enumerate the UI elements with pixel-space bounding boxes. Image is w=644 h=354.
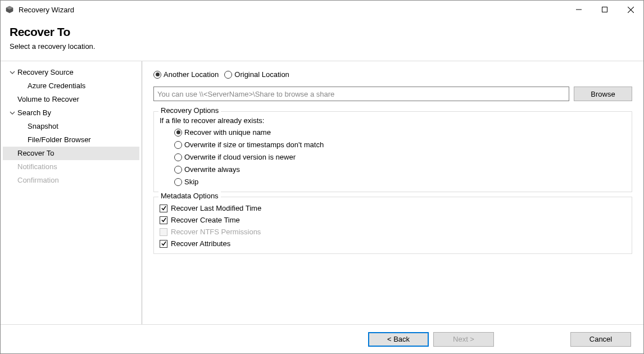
sidebar-item-recover-to[interactable]: Recover To — [3, 147, 139, 160]
checkbox-create-time[interactable]: Recover Create Time — [160, 216, 626, 224]
radio-label: Overwrite if cloud version is newer — [184, 153, 296, 161]
checkbox-label: Recover Attributes — [171, 239, 230, 248]
checkbox-icon — [160, 228, 167, 236]
button-label: Cancel — [589, 335, 612, 343]
next-button: Next > — [433, 332, 494, 347]
radio-label: Overwrite if size or timestamps don't ma… — [184, 140, 324, 149]
radio-icon — [174, 153, 182, 161]
radio-original-location[interactable]: Original Location — [224, 70, 289, 79]
radio-icon — [174, 129, 182, 137]
sidebar-item-notifications: Notifications — [3, 160, 139, 174]
checkbox-label: Recover NTFS Permissions — [171, 228, 261, 236]
app-icon — [5, 5, 14, 14]
radio-another-location[interactable]: Another Location — [153, 70, 219, 79]
sidebar-item-confirmation: Confirmation — [3, 174, 139, 187]
browse-button[interactable]: Browse — [574, 87, 632, 101]
svg-rect-3 — [602, 7, 607, 12]
sidebar-item-label: Azure Credentials — [28, 80, 85, 92]
page-title: Recover To — [10, 25, 634, 39]
back-button[interactable]: < Back — [368, 332, 429, 347]
radio-icon — [224, 71, 232, 79]
sidebar-item-file-folder-browser[interactable]: File/Folder Browser — [3, 133, 139, 147]
radio-icon — [174, 141, 182, 149]
radio-overwrite-newer[interactable]: Overwrite if cloud version is newer — [174, 153, 626, 161]
checkbox-last-modified[interactable]: Recover Last Modified Time — [160, 204, 626, 212]
button-label: Browse — [591, 90, 615, 98]
sidebar-item-azure-credentials[interactable]: Azure Credentials — [3, 79, 139, 93]
checkbox-label: Recover Create Time — [171, 216, 240, 224]
sidebar-item-label: Recover To — [17, 148, 55, 159]
sidebar-item-label: File/Folder Browser — [28, 134, 91, 146]
sidebar-item-label: Notifications — [17, 161, 57, 173]
radio-icon — [174, 166, 182, 174]
wizard-footer: < Back Next > Cancel — [1, 324, 643, 353]
sidebar-item-label: Recovery Source — [17, 67, 74, 78]
chevron-down-icon — [8, 109, 16, 117]
chevron-down-icon — [8, 69, 16, 76]
location-path-input[interactable]: You can use \\<ServerName>\Share to brow… — [153, 87, 569, 101]
radio-label: Original Location — [234, 70, 289, 79]
checkbox-attributes[interactable]: Recover Attributes — [160, 239, 626, 248]
page-subtitle: Select a recovery location. — [10, 42, 634, 51]
checkbox-icon — [160, 216, 167, 224]
radio-overwrite-always[interactable]: Overwrite always — [174, 165, 626, 174]
close-button[interactable] — [618, 1, 643, 19]
sidebar-item-search-by[interactable]: Search By — [3, 106, 139, 120]
radio-label: Recover with unique name — [184, 128, 271, 137]
placeholder-text: You can use \\<ServerName>\Share to brow… — [157, 90, 334, 98]
radio-label: Another Location — [164, 70, 219, 79]
checkbox-icon — [160, 205, 167, 212]
sidebar-item-volume-to-recover[interactable]: Volume to Recover — [3, 93, 139, 106]
radio-overwrite-mismatch[interactable]: Overwrite if size or timestamps don't ma… — [174, 140, 626, 149]
button-label: < Back — [387, 335, 410, 343]
radio-icon — [174, 178, 182, 186]
group-legend: Recovery Options — [158, 106, 221, 115]
wizard-sidebar: Recovery Source Azure Credentials Volume… — [1, 61, 142, 324]
maximize-button[interactable] — [592, 1, 618, 19]
checkbox-icon — [160, 240, 167, 248]
sidebar-item-recovery-source[interactable]: Recovery Source — [3, 66, 139, 79]
wizard-main: Another Location Original Location You c… — [142, 61, 643, 324]
sidebar-item-label: Snapshot — [28, 121, 58, 132]
cancel-button[interactable]: Cancel — [570, 332, 631, 347]
radio-label: Overwrite always — [184, 165, 240, 174]
radio-icon — [153, 71, 161, 79]
minimize-button[interactable] — [566, 1, 592, 19]
radio-skip[interactable]: Skip — [174, 178, 626, 186]
radio-recover-unique-name[interactable]: Recover with unique name — [174, 128, 626, 137]
radio-label: Skip — [184, 178, 198, 186]
window-title: Recovery Wizard — [19, 6, 566, 14]
sidebar-item-label: Confirmation — [17, 175, 59, 186]
sidebar-item-label: Search By — [17, 107, 51, 119]
sidebar-item-snapshot[interactable]: Snapshot — [3, 120, 139, 133]
recovery-options-group: Recovery Options If a file to recover al… — [153, 111, 632, 192]
wizard-header: Recover To Select a recovery location. — [1, 19, 643, 61]
checkbox-ntfs-permissions: Recover NTFS Permissions — [160, 228, 626, 236]
button-label: Next > — [453, 335, 474, 343]
sidebar-item-label: Volume to Recover — [17, 94, 79, 105]
metadata-options-group: Metadata Options Recover Last Modified T… — [153, 197, 632, 254]
checkbox-label: Recover Last Modified Time — [171, 204, 261, 212]
group-legend: Metadata Options — [158, 192, 221, 200]
titlebar: Recovery Wizard — [1, 1, 643, 19]
group-instruction: If a file to recover already exists: — [160, 116, 626, 125]
